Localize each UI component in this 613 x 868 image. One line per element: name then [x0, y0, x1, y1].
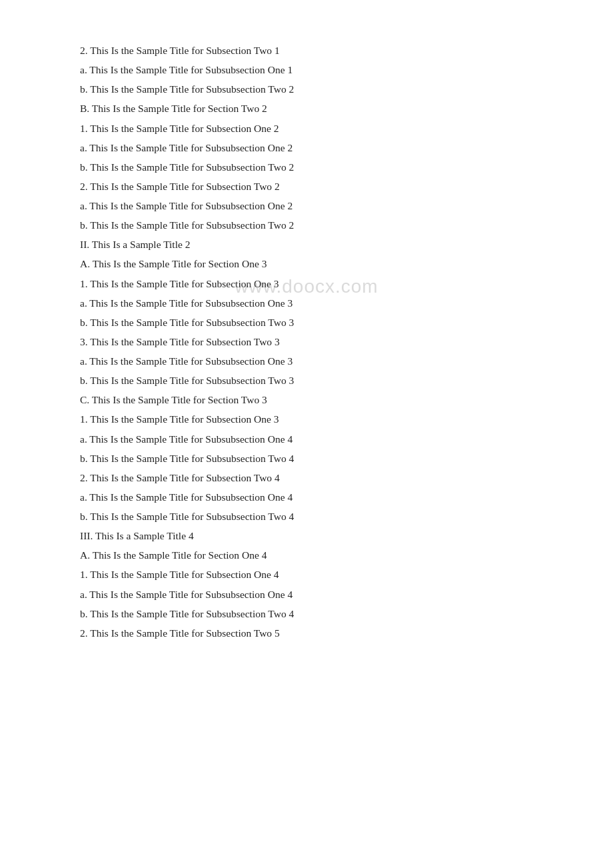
list-item: a. This Is the Sample Title for Subsubse… [80, 352, 533, 370]
outline-list: 2. This Is the Sample Title for Subsecti… [80, 41, 533, 642]
list-item: a. This Is the Sample Title for Subsubse… [80, 139, 533, 157]
list-item: b. This Is the Sample Title for Subsubse… [80, 605, 533, 623]
list-item: 1. This Is the Sample Title for Subsecti… [80, 410, 533, 428]
list-item: b. This Is the Sample Title for Subsubse… [80, 80, 533, 98]
list-item: b. This Is the Sample Title for Subsubse… [80, 313, 533, 331]
list-item: 2. This Is the Sample Title for Subsecti… [80, 177, 533, 195]
list-item: a. This Is the Sample Title for Subsubse… [80, 430, 533, 448]
list-item: b. This Is the Sample Title for Subsubse… [80, 449, 533, 467]
list-item: a. This Is the Sample Title for Subsubse… [80, 61, 533, 79]
list-item: 1. This Is the Sample Title for Subsecti… [80, 275, 533, 293]
list-item: b. This Is the Sample Title for Subsubse… [80, 158, 533, 176]
list-item: 2. This Is the Sample Title for Subsecti… [80, 469, 533, 487]
list-item: a. This Is the Sample Title for Subsubse… [80, 585, 533, 603]
list-item: a. This Is the Sample Title for Subsubse… [80, 488, 533, 506]
list-item: 3. This Is the Sample Title for Subsecti… [80, 333, 533, 351]
list-item: b. This Is the Sample Title for Subsubse… [80, 507, 533, 525]
list-item: A. This Is the Sample Title for Section … [80, 255, 533, 273]
list-item: 2. This Is the Sample Title for Subsecti… [80, 624, 533, 642]
list-item: II. This Is a Sample Title 2 [80, 235, 533, 253]
list-item: B. This Is the Sample Title for Section … [80, 99, 533, 117]
list-item: 1. This Is the Sample Title for Subsecti… [80, 119, 533, 137]
list-item: C. This Is the Sample Title for Section … [80, 391, 533, 409]
list-item: III. This Is a Sample Title 4 [80, 527, 533, 545]
list-item: a. This Is the Sample Title for Subsubse… [80, 294, 533, 312]
page-content: 2. This Is the Sample Title for Subsecti… [0, 0, 613, 683]
list-item: 2. This Is the Sample Title for Subsecti… [80, 41, 533, 59]
list-item: a. This Is the Sample Title for Subsubse… [80, 197, 533, 215]
list-item: b. This Is the Sample Title for Subsubse… [80, 371, 533, 389]
list-item: 1. This Is the Sample Title for Subsecti… [80, 565, 533, 583]
list-item: A. This Is the Sample Title for Section … [80, 546, 533, 564]
list-item: b. This Is the Sample Title for Subsubse… [80, 216, 533, 234]
